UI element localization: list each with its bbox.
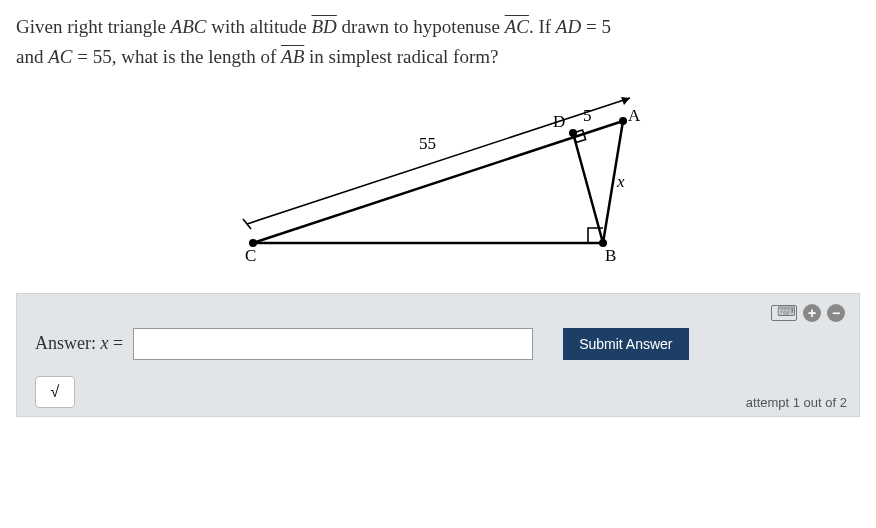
q-part: . If — [529, 16, 556, 37]
q-var-ac: AC — [48, 46, 72, 67]
answer-label: Answer: x = — [35, 333, 123, 354]
q-altitude: BD — [312, 16, 337, 37]
q-val-55: 55 — [93, 46, 112, 67]
q-part: drawn to hypotenuse — [337, 16, 505, 37]
svg-point-10 — [619, 117, 627, 125]
label-a: A — [628, 106, 641, 125]
answer-input[interactable] — [133, 328, 533, 360]
svg-line-3 — [573, 133, 603, 243]
q-hypotenuse: AC — [505, 16, 529, 37]
diagram-container: C B A D 55 5 x — [16, 93, 860, 273]
q-eq: = — [581, 16, 601, 37]
q-eq: = — [72, 46, 92, 67]
tool-row: √ — [35, 376, 841, 408]
q-part: with altitude — [207, 16, 312, 37]
zoom-out-icon[interactable]: − — [827, 304, 845, 322]
q-var-ad: AD — [556, 16, 581, 37]
zoom-in-icon[interactable]: + — [803, 304, 821, 322]
label-5: 5 — [583, 106, 592, 125]
label-x: x — [616, 172, 625, 191]
answer-row: Answer: x = Submit Answer — [35, 328, 841, 360]
triangle-diagram: C B A D 55 5 x — [233, 93, 643, 273]
svg-line-0 — [253, 121, 623, 243]
question-text: Given right triangle ABC with altitude B… — [16, 12, 860, 73]
q-part: and — [16, 46, 48, 67]
q-part: Given right triangle — [16, 16, 171, 37]
label-c: C — [245, 246, 256, 265]
submit-button[interactable]: Submit Answer — [563, 328, 688, 360]
label-b: B — [605, 246, 616, 265]
q-part: in simplest radical form? — [304, 46, 498, 67]
q-triangle: ABC — [171, 16, 207, 37]
q-val-5: 5 — [601, 16, 611, 37]
q-part: , what is the length of — [112, 46, 281, 67]
svg-line-6 — [243, 219, 251, 229]
label-55: 55 — [419, 134, 436, 153]
q-target: AB — [281, 46, 304, 67]
svg-line-5 — [247, 98, 630, 224]
svg-point-11 — [569, 129, 577, 137]
keyboard-icon[interactable] — [771, 305, 797, 321]
answer-panel: + − Answer: x = Submit Answer √ attempt … — [16, 293, 860, 417]
sqrt-button[interactable]: √ — [35, 376, 75, 408]
panel-icons: + − — [771, 304, 845, 322]
label-d: D — [553, 112, 565, 131]
attempt-counter: attempt 1 out of 2 — [746, 395, 847, 410]
